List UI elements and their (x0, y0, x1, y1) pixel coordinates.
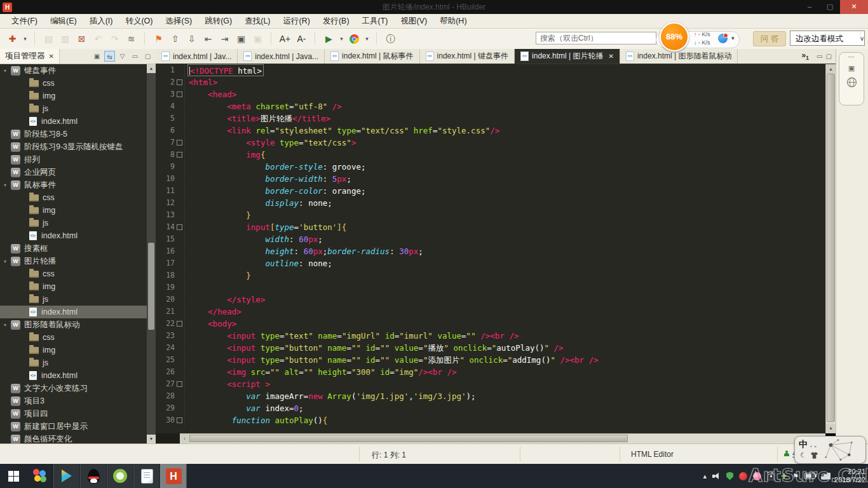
insert-above-icon[interactable]: ⇧ (168, 29, 182, 48)
code-line[interactable]: 8 img{ (156, 149, 825, 161)
code-line[interactable]: 24 <input type="button" name="" id="" va… (156, 342, 825, 354)
jump-line-start-icon[interactable]: ⇤ (201, 29, 215, 48)
code-line[interactable]: 19 (156, 281, 825, 294)
restore-pane-icon[interactable]: ▣ (848, 64, 855, 72)
tree-item-project[interactable]: W搜素框 (0, 242, 156, 255)
maximize-panel-icon[interactable]: ▢ (142, 51, 153, 62)
scroll-down-icon[interactable]: ▼ (826, 424, 836, 433)
tree-item-project[interactable]: W文字大小改变练习 (0, 382, 156, 395)
taskbar-video-button[interactable] (53, 464, 80, 488)
tree-item-project[interactable]: W排列 (0, 153, 156, 166)
expand-arrow-icon[interactable]: ▾ (4, 259, 11, 264)
scroll-down-icon[interactable]: ▼ (147, 435, 156, 444)
editor-tab[interactable]: <>index.html | 图形随着鼠标动 (620, 49, 738, 64)
tree-item-file[interactable]: <>index.html (0, 229, 156, 242)
jump-line-end-icon[interactable]: ⇥ (217, 29, 232, 48)
code-line[interactable]: 4 <meta charset="utf-8" /> (156, 100, 825, 112)
menu-view[interactable]: 视图(V) (395, 16, 434, 27)
code-line[interactable]: 29 var index=0; (156, 402, 825, 414)
bookmark-icon[interactable]: ⚑ (151, 29, 166, 48)
expand-arrow-icon[interactable]: ▾ (4, 68, 11, 74)
ime-fullwidth-icon[interactable]: ☾ (800, 451, 806, 459)
taskbar-hbuilder-button[interactable]: H (160, 464, 187, 488)
tree-item-project[interactable]: W新建窗口居中显示 (0, 420, 156, 433)
taskbar-qq-button[interactable] (80, 464, 107, 488)
menu-tools[interactable]: 工具(T) (356, 16, 395, 27)
tree-item-project[interactable]: W阶段练习8-5 (0, 128, 156, 140)
tree-item-folder[interactable]: img (0, 204, 156, 217)
menu-escape[interactable]: 转义(O) (119, 16, 159, 27)
app-dark-icon[interactable] (767, 472, 775, 480)
tree-item-project[interactable]: W颜色循环变化 (0, 433, 156, 444)
tree-item-project[interactable]: W阶段练习9-3显示随机按键盘 (0, 140, 156, 153)
tray-expand-icon[interactable]: ▴ (703, 472, 707, 480)
fold-marker-icon[interactable] (175, 414, 185, 426)
h-scrollbar-thumb[interactable] (189, 435, 628, 442)
minimize-button[interactable]: – (799, 0, 820, 14)
run-icon[interactable]: ▶ (322, 29, 336, 48)
menu-help[interactable]: 帮助(H) (433, 16, 473, 27)
volume-icon[interactable] (712, 472, 721, 480)
menu-publish[interactable]: 发行(B) (316, 16, 356, 27)
code-line[interactable]: 10 border-width: 5px; (156, 173, 825, 185)
info-icon[interactable]: ⓘ (383, 29, 398, 48)
ime-punctuation-toggle[interactable]: ，。 (808, 440, 820, 449)
v-scrollbar-thumb[interactable] (827, 74, 835, 422)
code-line[interactable]: 21 </head> (156, 306, 825, 318)
maximize-button[interactable]: ▢ (820, 0, 840, 14)
expand-arrow-icon[interactable]: ▾ (4, 182, 11, 188)
taskbar-notepad-button[interactable] (133, 464, 160, 488)
network-signal-icon[interactable] (821, 473, 831, 480)
project-manager-tab[interactable]: 项目管理器 ✕ (0, 49, 60, 64)
code-line[interactable]: 25 <input type="button" name="" id="" va… (156, 354, 825, 366)
code-line[interactable]: 14 input[type='button']{ (156, 221, 825, 233)
code-line[interactable]: 7 <style type="text/css"> (156, 137, 825, 149)
editor-tab[interactable]: <>index.html | 鼠标事件 (325, 49, 419, 64)
menu-insert[interactable]: 插入(I) (83, 16, 119, 27)
code-line[interactable]: 15 width: 60px; (156, 233, 825, 245)
taskbar-clock[interactable]: 20:21 2018/7/22 (834, 468, 868, 484)
scroll-left-icon[interactable]: ‹ (180, 434, 189, 444)
tree-item-project[interactable]: ▾W鼠标事件 (0, 179, 156, 191)
code-editor[interactable]: 1<!DOCTYPE html>2<html>3 <head>4 <meta c… (156, 64, 825, 433)
tree-item-folder[interactable]: img (0, 280, 156, 293)
collapse-all-icon[interactable]: ▣ (92, 51, 102, 62)
format-code-icon[interactable]: ≋ (124, 29, 139, 48)
code-line[interactable]: 2<html> (156, 76, 825, 88)
tree-item-project[interactable]: W项目四 (0, 407, 156, 420)
tree-item-folder[interactable]: js (0, 217, 156, 229)
qa-button[interactable]: 问 答 (753, 31, 786, 46)
code-line[interactable]: 23 <input type="text" name="imgUrl" id="… (156, 330, 825, 342)
tree-item-project[interactable]: ▾W图片轮播 (0, 255, 156, 268)
maximize-editor-icon[interactable]: ▢ (826, 53, 832, 60)
font-decrease-icon[interactable]: A- (294, 29, 309, 48)
close-file-icon[interactable]: ⊠ (74, 29, 89, 48)
code-line[interactable]: 1<!DOCTYPE html> (156, 64, 825, 76)
code-line[interactable]: 22 <body> (156, 318, 825, 330)
editor-tab[interactable]: <>index.html | Jav... (156, 49, 238, 64)
run-menu-icon[interactable]: ▾ (338, 29, 345, 48)
tree-item-project[interactable]: ▾W键盘事件 (0, 64, 156, 77)
tree-scrollbar[interactable]: ▲ ▼ (147, 64, 156, 444)
menu-select[interactable]: 选择(S) (159, 16, 199, 27)
tree-item-project[interactable]: W项目3 (0, 395, 156, 407)
tab-overflow-button[interactable]: »1 (801, 51, 809, 61)
code-line[interactable]: 13 } (156, 209, 825, 221)
search-input[interactable] (536, 32, 656, 44)
fold-marker-icon[interactable] (175, 88, 185, 100)
shield-360-icon[interactable] (726, 472, 733, 480)
view-menu-icon[interactable]: ▽ (117, 51, 128, 62)
menu-file[interactable]: 文件(F) (5, 16, 44, 27)
editor-vertical-scrollbar[interactable]: ▲ ▼ (825, 64, 836, 433)
fold-marker-icon[interactable] (175, 149, 185, 161)
menu-edit[interactable]: 编辑(E) (44, 16, 83, 27)
web-preview-globe-icon[interactable] (846, 77, 857, 88)
tree-item-folder[interactable]: css (0, 77, 156, 90)
panel-close-icon[interactable]: ✕ (49, 53, 54, 60)
taskbar-browser-360-button[interactable] (107, 464, 133, 488)
fold-marker-icon[interactable] (175, 137, 185, 149)
new-file-menu-icon[interactable]: ▾ (22, 29, 29, 48)
ime-toolbar[interactable]: 中 ，。 ☾ (794, 436, 866, 464)
code-line[interactable]: 18 } (156, 269, 825, 281)
tree-item-project[interactable]: ▾W图形随着鼠标动 (0, 318, 156, 331)
